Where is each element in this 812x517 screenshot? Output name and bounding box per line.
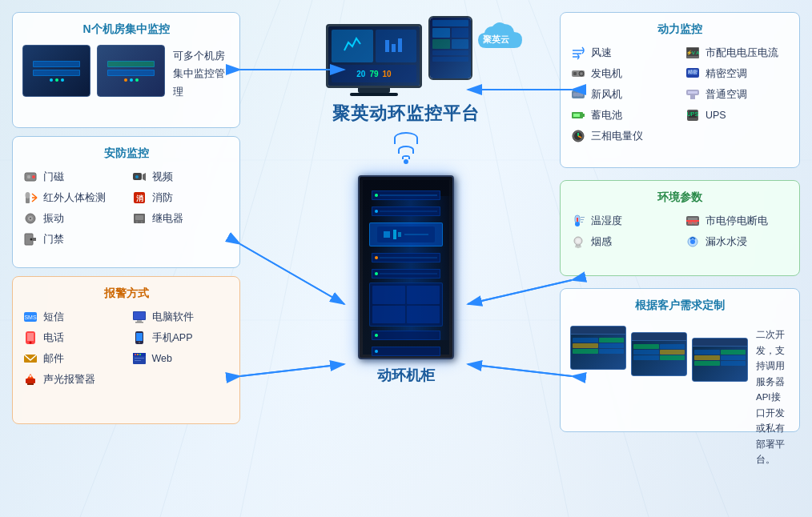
precision-ac-icon: 精密	[685, 66, 701, 82]
power-item-battery: 蓄电池	[570, 107, 675, 123]
svg-point-42	[139, 342, 140, 343]
cabinet	[358, 175, 454, 359]
monitoring-description: 可多个机房 集中监控管理	[173, 47, 230, 102]
panel-custom: 根据客户需求定制	[560, 288, 800, 432]
video-icon	[131, 169, 147, 185]
wifi-arc-large	[394, 132, 418, 144]
vibration-icon	[22, 210, 38, 226]
water-leak-icon	[685, 234, 701, 250]
server-image-2	[97, 45, 165, 97]
power-items: 风速 ⚡V A 市配电电压电流 发电机 精密 精密空调	[570, 45, 790, 144]
svg-point-15	[26, 192, 30, 198]
main-container: N个机房集中监控	[0, 0, 812, 517]
fresh-air-icon	[570, 86, 586, 102]
screenshot-2	[631, 332, 687, 376]
server-image-1	[22, 45, 90, 97]
monitor-device: 20 79 10	[326, 24, 422, 96]
svg-point-10	[32, 175, 35, 178]
svg-rect-90	[581, 222, 583, 222]
svg-text:聚英云: 聚英云	[483, 34, 509, 44]
svg-rect-103	[384, 231, 390, 238]
svg-rect-77	[573, 114, 580, 117]
svg-point-54	[30, 375, 32, 378]
power-item-generator: 发电机	[570, 66, 675, 82]
panel-alarm: 报警方式 SMS 短信 电脑软件 电话	[12, 276, 240, 424]
wifi-arc-medium	[398, 146, 414, 154]
svg-rect-73	[688, 91, 697, 94]
svg-text:UPS: UPS	[687, 111, 699, 117]
wifi-dot	[404, 159, 408, 164]
relay-icon	[131, 210, 147, 226]
svg-point-96	[576, 238, 581, 243]
panel-power: 动力监控 风速 ⚡V A 市配电电压电流 发电机	[560, 12, 800, 168]
cabinet-container: 动环机柜	[358, 175, 454, 385]
monitoring-images	[22, 45, 165, 97]
svg-text:消: 消	[135, 194, 143, 202]
app-icon	[131, 330, 147, 346]
security-item-fire: 消 消防	[131, 190, 231, 206]
env-item-smoke: 烟感	[570, 234, 675, 250]
svg-rect-50	[135, 360, 141, 361]
svg-rect-99	[385, 40, 389, 52]
alarm-title: 报警方式	[22, 287, 230, 301]
access-icon	[22, 231, 38, 247]
cabinet-display	[369, 222, 443, 246]
security-item-relay: 继电器	[131, 210, 231, 226]
pc-software-icon	[131, 309, 147, 325]
svg-text:断电: 断电	[688, 220, 697, 225]
wifi-arcs	[394, 132, 418, 159]
center-column: 20 79 10	[272, 0, 540, 517]
screenshot-1	[570, 326, 626, 370]
screenshot-3	[692, 338, 748, 382]
power-outage-icon: 断电	[685, 213, 701, 229]
power-item-meter: 三相电量仪	[570, 128, 675, 144]
svg-point-29	[30, 238, 33, 241]
svg-rect-76	[583, 114, 585, 117]
cloud-svg: 聚英云	[462, 12, 530, 64]
ups-icon: UPS	[685, 107, 701, 123]
svg-rect-38	[27, 333, 34, 341]
svg-rect-35	[137, 320, 142, 322]
power-item-voltage: ⚡V A 市配电电压电流	[685, 45, 790, 61]
svg-rect-74	[690, 95, 695, 99]
env-items: 温湿度 断电 市电停电断电 烟感 漏水水浸	[570, 213, 790, 250]
smoke-icon	[570, 234, 586, 250]
panel-security: 安防监控 门磁 视频 红外人体检测	[12, 136, 240, 268]
screenshots	[570, 326, 748, 370]
security-item-access: 门禁	[22, 231, 122, 247]
svg-rect-9	[27, 175, 30, 178]
svg-rect-53	[27, 383, 34, 385]
svg-rect-25	[135, 215, 143, 220]
svg-rect-41	[136, 333, 143, 341]
svg-marker-12	[143, 173, 146, 181]
svg-rect-62	[573, 72, 577, 75]
power-item-fresh-air: 新风机	[570, 86, 675, 102]
svg-point-98	[690, 239, 695, 244]
svg-rect-36	[135, 322, 143, 323]
cabinet-inner	[363, 180, 449, 355]
infrared-icon	[22, 190, 38, 206]
svg-text:SMS: SMS	[24, 315, 37, 320]
cabinet-label: 动环机柜	[377, 366, 435, 385]
svg-point-71	[580, 93, 584, 97]
env-item-power-outage: 断电 市电停电断电	[685, 213, 790, 229]
phone-icon	[22, 330, 38, 346]
security-item-door-magnet: 门磁	[22, 169, 122, 185]
top-area: 20 79 10	[278, 8, 534, 100]
platform-title: 聚英动环监控平台	[332, 102, 480, 126]
power-title: 动力监控	[570, 22, 790, 37]
svg-point-13	[135, 175, 139, 178]
svg-rect-30	[33, 238, 36, 241]
svg-point-86	[575, 222, 580, 226]
alarm-item-email: 邮件	[22, 351, 122, 367]
alarm-items: SMS 短信 电脑软件 电话 手机APP	[22, 309, 230, 387]
svg-point-64	[581, 73, 583, 75]
svg-rect-27	[141, 221, 143, 223]
security-item-video: 视频	[131, 169, 231, 185]
power-item-ups: UPS UPS	[685, 107, 790, 123]
svg-point-23	[30, 218, 31, 219]
wifi-signal	[394, 132, 418, 166]
cloud-area: 聚英云	[462, 12, 530, 67]
svg-rect-101	[398, 38, 402, 52]
security-item-infrared: 红外人体检测	[22, 190, 122, 206]
